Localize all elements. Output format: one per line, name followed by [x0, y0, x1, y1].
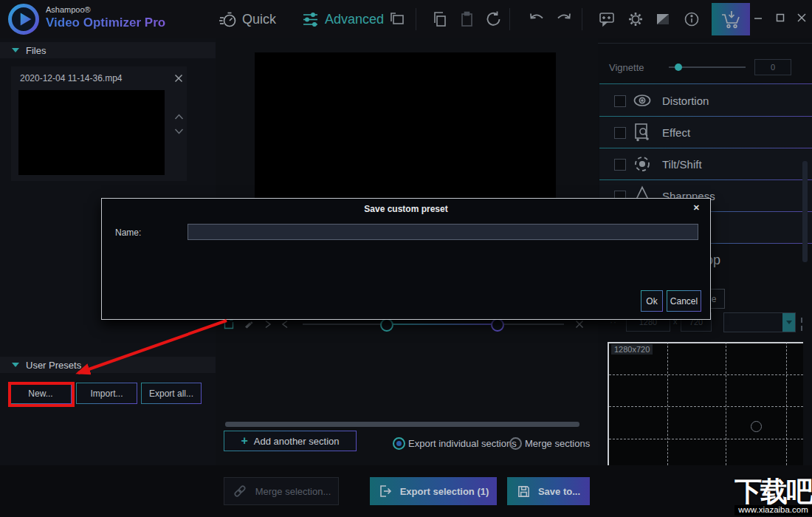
export-icon — [378, 484, 393, 499]
toolbar-divider — [509, 8, 510, 30]
cancel-label: Cancel — [670, 296, 698, 307]
resolution-label: 1280x720 — [611, 344, 653, 355]
cancel-button[interactable]: Cancel — [667, 290, 701, 312]
move-down-icon[interactable] — [174, 128, 184, 135]
video-thumbnail[interactable] — [18, 90, 165, 175]
crop-preview-grid[interactable] — [608, 342, 803, 465]
radio-merge-sections[interactable] — [509, 437, 522, 450]
aspect-dropdown[interactable] — [723, 312, 796, 332]
app-logo-icon — [7, 3, 40, 35]
radio-export-individual-label: Export individual sections — [408, 438, 517, 449]
grid-marker-circle — [751, 421, 762, 432]
tab-quick-label: Quick — [242, 12, 276, 27]
distortion-checkbox[interactable] — [614, 95, 626, 107]
user-presets-title: User Presets — [26, 360, 81, 371]
file-name: 2020-12-04 11-14-36.mp4 — [20, 73, 123, 83]
section-row-tiltshift[interactable] — [599, 148, 812, 180]
brand-name: Ashampoo® — [46, 5, 91, 14]
merge-selection-button[interactable]: Merge selection... — [224, 477, 339, 505]
feedback-icon[interactable] — [598, 10, 616, 28]
tiltshift-label: Tilt/Shift — [662, 158, 702, 171]
horizontal-scrollbar[interactable] — [225, 422, 579, 427]
section-row-effect[interactable] — [599, 117, 812, 148]
collapse-triangle-icon — [12, 363, 19, 367]
add-section-label: Add another section — [254, 436, 340, 447]
info-icon[interactable] — [683, 10, 701, 28]
trim-right-icon[interactable] — [264, 320, 272, 329]
tiltshift-checkbox[interactable] — [614, 159, 626, 171]
vignette-label: Vignette — [609, 62, 644, 73]
trim-end-handle[interactable] — [491, 318, 504, 332]
cart-download-icon — [720, 9, 742, 30]
dropdown-arrow-button[interactable] — [782, 313, 795, 332]
watermark-url: www.xiazaiba.com — [734, 505, 812, 516]
tab-advanced[interactable]: Advanced — [301, 10, 384, 29]
reset-icon[interactable] — [484, 10, 502, 28]
stopwatch-icon — [219, 10, 237, 29]
grid-line — [609, 374, 803, 375]
grid-line — [667, 342, 668, 465]
dialog-title: Save custom preset — [102, 204, 710, 214]
title-bar: Ashampoo® Video Optimizer Pro Quick Adva… — [0, 0, 812, 39]
file-list-item[interactable]: 2020-12-04 11-14-36.mp4 — [11, 66, 187, 181]
redo-icon[interactable] — [555, 11, 573, 27]
selection-frame-icon[interactable] — [224, 319, 234, 329]
trim-left-icon[interactable] — [281, 320, 289, 329]
product-name: Video Optimizer Pro — [46, 16, 165, 30]
preset-export-all-label: Export all... — [149, 388, 193, 399]
link-icon — [232, 483, 248, 499]
user-presets-section-header[interactable]: User Presets — [0, 357, 216, 373]
edit-pencil-icon[interactable] — [244, 320, 253, 329]
minimize-button[interactable] — [753, 13, 763, 23]
move-up-icon[interactable] — [174, 113, 184, 120]
panel-scrollbar[interactable] — [802, 161, 808, 262]
radio-merge-sections-label: Merge sections — [525, 438, 590, 449]
undo-icon[interactable] — [528, 11, 546, 27]
app-window: Ashampoo® Video Optimizer Pro Quick Adva… — [0, 0, 812, 517]
remove-file-icon[interactable] — [174, 74, 183, 83]
paste-icon[interactable] — [458, 10, 476, 28]
copy-icon[interactable] — [431, 10, 449, 28]
ok-button[interactable]: Ok — [641, 290, 663, 312]
save-to-label: Save to... — [538, 486, 580, 497]
effect-checkbox[interactable] — [614, 127, 626, 139]
radio-export-individual[interactable] — [393, 437, 405, 450]
mini-scroll-dash — [801, 318, 802, 323]
mini-scroll-dash — [801, 326, 802, 331]
vignette-value-box[interactable]: 0 — [754, 59, 791, 75]
grid-line — [609, 439, 803, 439]
maximize-button[interactable] — [775, 13, 785, 23]
dialog-close-icon[interactable]: ✕ — [693, 203, 700, 213]
annotation-highlight-box — [8, 382, 75, 407]
chevron-down-icon — [786, 321, 792, 324]
vignette-slider-handle[interactable] — [675, 64, 682, 71]
shop-cart-button[interactable] — [712, 3, 750, 35]
trim-slider-range — [386, 323, 497, 325]
toolbar-divider — [416, 8, 416, 30]
close-button[interactable] — [796, 13, 807, 23]
tab-quick[interactable]: Quick — [219, 10, 276, 29]
theme-contrast-icon[interactable] — [655, 11, 671, 27]
preset-name-input[interactable] — [187, 224, 698, 240]
effect-icon — [633, 122, 652, 143]
tiltshift-icon — [633, 154, 652, 174]
effect-label: Effect — [662, 126, 690, 139]
preset-export-all-button[interactable]: Export all... — [141, 383, 202, 404]
add-section-button[interactable]: + Add another section — [224, 431, 357, 451]
export-selection-label: Export selection (1) — [400, 486, 489, 497]
save-to-button[interactable]: Save to... — [507, 477, 590, 505]
export-selection-button[interactable]: Export selection (1) — [370, 477, 497, 505]
trim-start-handle[interactable] — [380, 318, 393, 332]
plus-icon: + — [241, 434, 248, 448]
name-label: Name: — [115, 227, 141, 238]
preset-import-button[interactable]: Import... — [76, 383, 137, 404]
remove-section-icon[interactable] — [575, 320, 584, 329]
save-floppy-icon — [517, 485, 531, 499]
watermark: 下载吧 www.xiazaiba.com — [734, 478, 812, 516]
files-section-title: Files — [26, 45, 46, 56]
grid-line — [786, 342, 787, 465]
grid-line — [726, 342, 726, 465]
settings-gear-icon[interactable] — [627, 10, 644, 28]
files-section-header[interactable]: Files — [0, 42, 216, 58]
board-icon[interactable] — [389, 11, 405, 27]
